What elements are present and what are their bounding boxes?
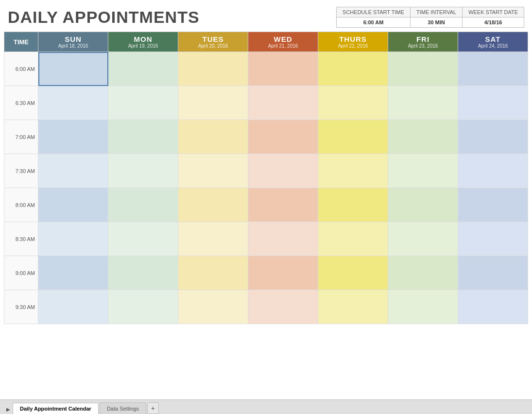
- fri-header: FRI April 23, 2016: [388, 32, 458, 52]
- day-cell[interactable]: [388, 222, 458, 256]
- day-cell[interactable]: [178, 188, 248, 222]
- day-cell[interactable]: [388, 52, 458, 86]
- time-label: 9:00 AM: [4, 256, 38, 290]
- calendar-row: 7:00 AM: [4, 120, 528, 154]
- wed-header: WED April 21, 2016: [248, 32, 318, 52]
- day-cell[interactable]: [318, 154, 388, 188]
- thu-day-name: THURS: [320, 35, 386, 43]
- day-cell[interactable]: [178, 222, 248, 256]
- info-table: SCHEDULE START TIME TIME INTERVAL WEEK S…: [336, 7, 524, 28]
- day-cell[interactable]: [38, 154, 108, 188]
- tab-bar: ▶ Daily Appointment Calendar Data Settin…: [0, 399, 532, 414]
- day-cell[interactable]: [178, 120, 248, 154]
- day-cell[interactable]: [458, 222, 528, 256]
- day-cell[interactable]: [318, 256, 388, 290]
- time-label: 8:00 AM: [4, 188, 38, 222]
- day-cell[interactable]: [38, 256, 108, 290]
- day-cell[interactable]: [38, 120, 108, 154]
- day-cell[interactable]: [248, 256, 318, 290]
- time-label: 6:00 AM: [4, 52, 38, 86]
- day-cell[interactable]: [388, 188, 458, 222]
- calendar-table: TIME SUN April 18, 2016 MON April 19, 20…: [4, 32, 528, 324]
- calendar-row: 7:30 AM: [4, 154, 528, 188]
- day-cell[interactable]: [248, 290, 318, 324]
- mon-header: MON April 19, 2016: [108, 32, 178, 52]
- sat-header: SAT April 24, 2016: [458, 32, 528, 52]
- schedule-start-time-value[interactable]: 6:00 AM: [337, 17, 411, 28]
- day-cell[interactable]: [318, 120, 388, 154]
- calendar-container: TIME SUN April 18, 2016 MON April 19, 20…: [0, 32, 532, 399]
- fri-day-date: April 23, 2016: [390, 43, 456, 49]
- day-cell[interactable]: [38, 290, 108, 324]
- sun-day-name: SUN: [40, 35, 106, 43]
- tab-add-button[interactable]: +: [147, 402, 159, 414]
- day-cell[interactable]: [38, 86, 108, 120]
- day-cell[interactable]: [178, 256, 248, 290]
- wed-day-name: WED: [250, 35, 316, 43]
- day-cell[interactable]: [108, 256, 178, 290]
- day-cell[interactable]: [108, 188, 178, 222]
- time-label: 9:30 AM: [4, 290, 38, 324]
- day-cell[interactable]: [388, 256, 458, 290]
- tue-day-name: TUES: [180, 35, 246, 43]
- day-cell[interactable]: [38, 52, 108, 86]
- day-cell[interactable]: [248, 120, 318, 154]
- calendar-body: 6:00 AM6:30 AM7:00 AM7:30 AM8:00 AM8:30 …: [4, 52, 528, 324]
- wed-day-date: April 21, 2016: [250, 43, 316, 49]
- week-start-date-value[interactable]: 4/18/16: [463, 17, 524, 28]
- day-cell[interactable]: [108, 86, 178, 120]
- calendar-row: 8:00 AM: [4, 188, 528, 222]
- day-cell[interactable]: [388, 154, 458, 188]
- day-cell[interactable]: [388, 290, 458, 324]
- day-cell[interactable]: [38, 222, 108, 256]
- thu-day-date: April 22, 2016: [320, 43, 386, 49]
- calendar-row: 6:00 AM: [4, 52, 528, 86]
- day-cell[interactable]: [248, 222, 318, 256]
- day-cell[interactable]: [318, 222, 388, 256]
- tab-nav-arrow[interactable]: ▶: [4, 404, 13, 414]
- fri-day-name: FRI: [390, 35, 456, 43]
- day-cell[interactable]: [108, 222, 178, 256]
- day-cell[interactable]: [108, 290, 178, 324]
- time-column-header: TIME: [4, 32, 38, 52]
- day-cell[interactable]: [458, 188, 528, 222]
- sat-day-name: SAT: [460, 35, 526, 43]
- day-cell[interactable]: [248, 52, 318, 86]
- day-cell[interactable]: [248, 86, 318, 120]
- day-cell[interactable]: [318, 52, 388, 86]
- day-cell[interactable]: [178, 290, 248, 324]
- day-cell[interactable]: [318, 290, 388, 324]
- day-cell[interactable]: [458, 120, 528, 154]
- time-label: 8:30 AM: [4, 222, 38, 256]
- time-label: 6:30 AM: [4, 86, 38, 120]
- day-cell[interactable]: [108, 120, 178, 154]
- day-cell[interactable]: [458, 290, 528, 324]
- day-cell[interactable]: [248, 154, 318, 188]
- day-cell[interactable]: [318, 86, 388, 120]
- time-interval-value[interactable]: 30 MIN: [411, 17, 463, 28]
- page-title: DAILY APPOINTMENTS: [8, 6, 336, 27]
- day-cell[interactable]: [178, 154, 248, 188]
- day-cell[interactable]: [38, 188, 108, 222]
- sat-day-date: April 24, 2016: [460, 43, 526, 49]
- day-cell[interactable]: [388, 120, 458, 154]
- day-cell[interactable]: [178, 86, 248, 120]
- tab-daily-appointment-calendar[interactable]: Daily Appointment Calendar: [13, 403, 99, 414]
- day-cell[interactable]: [458, 52, 528, 86]
- time-interval-header: TIME INTERVAL: [411, 7, 463, 17]
- day-cell[interactable]: [458, 86, 528, 120]
- top-section: DAILY APPOINTMENTS SCHEDULE START TIME T…: [0, 0, 532, 32]
- calendar-row: 9:30 AM: [4, 290, 528, 324]
- day-cell[interactable]: [178, 52, 248, 86]
- calendar-row: 8:30 AM: [4, 222, 528, 256]
- calendar-row: 6:30 AM: [4, 86, 528, 120]
- tab-data-settings[interactable]: Data Settings: [100, 402, 146, 414]
- day-cell[interactable]: [458, 256, 528, 290]
- day-cell[interactable]: [388, 86, 458, 120]
- day-cell[interactable]: [108, 52, 178, 86]
- day-cell[interactable]: [248, 188, 318, 222]
- day-cell[interactable]: [458, 154, 528, 188]
- calendar-header-row: TIME SUN April 18, 2016 MON April 19, 20…: [4, 32, 528, 52]
- day-cell[interactable]: [108, 154, 178, 188]
- day-cell[interactable]: [318, 188, 388, 222]
